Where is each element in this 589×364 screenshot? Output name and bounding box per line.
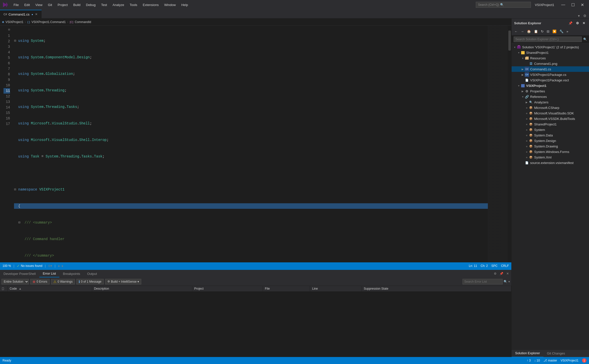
breadcrumb-namespace[interactable]: VSIXProject1.Command1 [32,20,66,24]
filter-button[interactable]: ⚙ Build + IntelliSense ▾ [105,279,141,284]
solution-expand-icon[interactable]: ▾ [513,46,517,49]
refs-expand-icon[interactable]: ▾ [521,95,525,98]
global-search[interactable]: Search (Ctrl+Q) 🔍 [476,2,531,8]
tree-ms-vssdk[interactable]: ■ 📦 Microsoft.VisualStudio.SDK [512,110,589,116]
notification-badge[interactable]: 1 [582,358,586,363]
branch-info[interactable]: ⎇ master [543,359,557,362]
code-content[interactable]: ⊟ using System; using System.ComponentMo… [12,26,488,262]
se-pin-button[interactable]: 📌 [567,21,574,26]
tab-developer-powershell[interactable]: Developer PowerShell [0,270,39,277]
panel-close-icon[interactable]: ✕ [505,272,510,275]
se-extra-button[interactable]: » [565,29,569,34]
col-suppression[interactable]: Suppression State [362,286,511,292]
tree-solution[interactable]: ▾ Solution 'VSIXProject1' (2 of 2 projec… [512,44,589,50]
breadcrumb-project[interactable]: VSIXProject1 [6,20,23,24]
tab-breakpoints[interactable]: Breakpoints [59,270,84,277]
menu-window[interactable]: Window [162,2,178,8]
breadcrumb-class[interactable]: CommandId [75,20,91,24]
se-props-button[interactable]: 📋 [533,29,539,34]
menu-test[interactable]: Test [99,2,110,8]
se-search-input[interactable] [514,37,582,42]
tab-solution-explorer[interactable]: Solution Explorer [512,350,543,357]
shared-expand-icon[interactable]: ▾ [517,51,521,54]
tab-output[interactable]: Output [84,270,100,277]
tree-vsixpackagecs[interactable]: ▶ C# VSIXProject1Package.cs [512,72,589,77]
code-editor[interactable]: ⊟ 1 2 3 4 5 6 7 8 9 10 11 12 13 14 15 16… [0,26,511,262]
tab-close-button[interactable]: ✕ [35,13,38,16]
col-icon[interactable]: ⎕ [0,286,8,292]
warnings-button[interactable]: ⚠ 0 Warnings [51,279,75,284]
se-settings-button[interactable]: ⚙ [575,21,580,26]
error-search-input[interactable] [463,279,503,284]
tree-shared-ref[interactable]: ■ 📦 SharedProject1 [512,121,589,127]
editor-scrollbar[interactable] [508,26,511,262]
panel-pin-icon[interactable]: 📌 [499,272,504,275]
close-button[interactable]: ✕ [578,2,587,8]
tree-system-data[interactable]: ■ 📦 System.Data [512,132,589,138]
panel-settings-icon[interactable]: ⚙ [493,272,498,275]
se-close-button[interactable]: ✕ [581,21,586,26]
menu-build[interactable]: Build [71,2,83,8]
tree-ms-csharp[interactable]: ■ 📦 Microsoft.CSharp [512,105,589,110]
search-icon[interactable]: 🔍 [504,280,507,283]
tree-resources[interactable]: ▾ Resources [512,55,589,61]
errors-button[interactable]: ⊗ 0 Errors [30,279,50,284]
tree-analyzers[interactable]: ▶ 🔍 Analyzers [512,99,589,105]
tree-sharedproject1[interactable]: ▾ SharedProject1 [512,50,589,55]
tree-properties[interactable]: ▶ ⚙ Properties [512,88,589,94]
nav-arrows[interactable]: ⊙▾ [48,264,52,268]
tree-system-design[interactable]: ■ 📦 System.Design [512,138,589,143]
menu-extensions[interactable]: Extensions [140,2,161,8]
se-home-button[interactable]: 🏠 [526,29,532,34]
tab-list-button[interactable]: ▾ [577,13,581,18]
col-description[interactable]: Description [92,286,192,292]
tab-command1cs[interactable]: C# Command1.cs ● ✕ [0,10,42,18]
vsixpkg-expand-icon[interactable]: ▶ [521,73,525,76]
se-forward-button[interactable]: → [519,29,525,34]
tree-system-winforms[interactable]: ■ 📦 System.Windows.Forms [512,149,589,154]
maximize-button[interactable]: ☐ [568,2,578,8]
menu-project[interactable]: Project [55,2,70,8]
tree-vsixproject1[interactable]: ▾ VSIXProject1 [512,83,589,88]
menu-file[interactable]: File [11,2,21,8]
col-code[interactable]: Code ▲ [8,286,92,292]
error-table[interactable]: ⎕ Code ▲ Description Project File Line S… [0,286,511,357]
se-search-icon[interactable]: 🔍 [583,38,587,41]
se-collapse-button[interactable]: ⊟ [545,29,551,34]
tree-vsixmanifest[interactable]: 📄 source.extension.vsixmanifest [512,160,589,165]
menu-tools[interactable]: Tools [127,2,140,8]
tree-references[interactable]: ▾ 🔗 References [512,94,589,99]
se-refresh-button[interactable]: ↻ [540,29,545,34]
col-file[interactable]: File [263,286,310,292]
resources-expand-icon[interactable]: ▾ [521,57,525,60]
se-back-button[interactable]: ← [513,29,519,34]
minimize-button[interactable]: — [558,2,568,8]
col-project[interactable]: Project [192,286,263,292]
props-expand-icon[interactable]: ▶ [521,90,525,93]
menu-analyze[interactable]: Analyze [110,2,126,8]
scroll-left[interactable]: ◂ [58,264,59,268]
tree-system-xml[interactable]: ■ 📦 System.Xml [512,154,589,160]
clear-search-icon[interactable]: ▾ [508,280,510,283]
menu-help[interactable]: Help [179,2,191,8]
scope-select[interactable]: Entire Solution [2,279,29,284]
messages-button[interactable]: ℹ 0 of 1 Message [76,279,104,284]
se-wrench-button[interactable]: 🔧 [558,29,565,34]
zoom-level[interactable]: 100 % [3,264,11,268]
tree-command1cs[interactable]: ▶ C# Command1.cs [512,66,589,72]
cs-expand-icon[interactable]: ▶ [521,68,525,71]
tree-system-drawing[interactable]: ■ 📦 System.Drawing [512,143,589,149]
vsix-expand-icon[interactable]: ▾ [517,84,521,87]
scrollbar-thumb[interactable] [508,31,511,51]
tree-command1png[interactable]: 🖼 Command1.png [512,61,589,66]
tab-error-list[interactable]: Error List [39,270,60,277]
tree-buildtools[interactable]: ■ 📦 Microsoft.VSSDK.BuildTools [512,116,589,121]
menu-view[interactable]: View [33,2,45,8]
tree-vsixpackagevsct[interactable]: 📄 VSIXProject1Package.vsct [512,77,589,83]
scroll-right[interactable]: ▸ [62,264,63,268]
tab-settings-button[interactable]: ⚙ [582,13,587,18]
tree-system[interactable]: ■ 📦 System [512,127,589,132]
tab-git-changes[interactable]: Git Changes [543,350,568,357]
menu-edit[interactable]: Edit [22,2,32,8]
col-line[interactable]: Line [310,286,362,292]
